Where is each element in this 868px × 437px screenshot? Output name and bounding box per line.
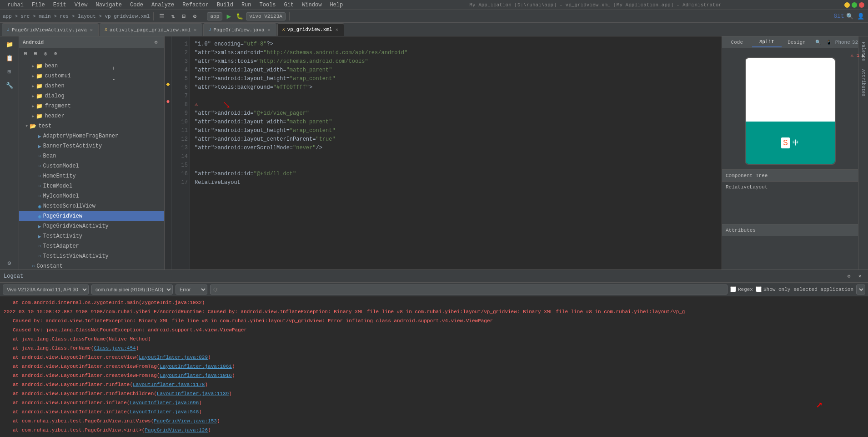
tree-item-bean[interactable]: ▶📁 bean (19, 61, 164, 71)
show-selected-checkbox[interactable] (756, 286, 762, 292)
run-button[interactable]: ▶ (224, 12, 233, 21)
log-link[interactable]: LayoutInflater.java:1061 (160, 364, 231, 369)
log-link[interactable]: LayoutInflater.java:829 (139, 355, 208, 360)
tab-close-java-view[interactable]: ✕ (267, 27, 271, 33)
menu-analyze[interactable]: Analyze (148, 1, 178, 9)
user-icon[interactable]: 👤 (856, 12, 865, 21)
tree-item-myiconmodel[interactable]: ○ MyIconModel (19, 191, 164, 201)
log-link[interactable]: LayoutInflater.java:1016 (160, 373, 231, 378)
git-icon[interactable]: Git (834, 12, 843, 21)
log-link[interactable]: LayoutInflater.java:696 (130, 400, 199, 406)
logcat-search-input[interactable] (210, 285, 728, 295)
tree-item-testactivity[interactable]: ▶ TestActivity (19, 231, 164, 241)
menu-git[interactable]: Git (281, 1, 298, 9)
tree-item-testlistviewactivity[interactable]: ○ TestListViewActivity (19, 251, 164, 261)
logcat-settings-icon[interactable]: ⚙ (844, 272, 853, 281)
logcat-content[interactable]: at com.android.internal.os.ZygoteInit.ma… (0, 296, 868, 437)
logcat-close-icon[interactable]: ✕ (855, 272, 864, 281)
sidebar-palette-label[interactable]: Palette (860, 38, 867, 65)
menu-help[interactable]: Help (326, 1, 346, 9)
tree-item-nestedscrollview[interactable]: ◉ NestedScrollView (19, 201, 164, 211)
tab-java-view[interactable]: J PageGridView.java ✕ (203, 23, 276, 36)
debug-button[interactable]: 🐛 (235, 12, 244, 21)
tree-item-header[interactable]: ▶📁 header (19, 111, 164, 121)
tree-item-pagegridview[interactable]: ◉ PageGridView (19, 211, 164, 221)
tree-item-adaptervphomefragbanner[interactable]: ▶ AdapterVpHomeFragBanner (19, 131, 164, 141)
settings-icon[interactable]: ⚙ (190, 12, 199, 21)
phone-icon[interactable]: 📱 (824, 38, 833, 47)
tree-item-dashen[interactable]: ▶📁 dashen (19, 81, 164, 91)
sort-icon[interactable]: ⇅ (168, 12, 177, 21)
tree-item-homeentity[interactable]: ○ HomeEntity (19, 171, 164, 181)
minimize-button[interactable] (844, 2, 850, 8)
menu-refactor[interactable]: Refactor (179, 1, 212, 9)
menu-window[interactable]: Window (298, 1, 325, 9)
zoom-icon[interactable]: 🔍 (813, 38, 823, 47)
tab-close-xml-activity[interactable]: ✕ (193, 27, 197, 33)
sidebar-gradle-icon[interactable]: 🔧 (1, 79, 18, 92)
structure-icon[interactable]: ☰ (157, 12, 166, 21)
sidebar-structure-icon[interactable]: ⊞ (1, 66, 18, 78)
maximize-button[interactable] (852, 2, 857, 8)
tree-item-dialog[interactable]: ▶📁 dialog (19, 91, 164, 101)
tab-split[interactable]: Split (752, 37, 782, 47)
menu-view[interactable]: View (71, 1, 91, 9)
menu-run[interactable]: Run (238, 1, 255, 9)
sidebar-variants-icon[interactable]: ⚙ (1, 257, 18, 269)
tab-java-activity[interactable]: J PageGridViewActivity.java ✕ (2, 23, 99, 36)
tree-item-bannertestactivity[interactable]: ▶ BannerTestActivity (19, 141, 164, 151)
log-link[interactable]: Class.java:454 (94, 346, 135, 351)
tree-item-customui[interactable]: ▶📁 customui (19, 71, 164, 81)
tree-item-testadapter[interactable]: ○ TestAdapter (19, 241, 164, 251)
code-editor[interactable]: "1.0" encoding="utf-8"?>"attr">xmlns:and… (190, 36, 722, 269)
menu-ruhai[interactable]: ruhai (4, 1, 27, 9)
tree-item-custommodel[interactable]: ○ CustomModel (19, 161, 164, 171)
menu-edit[interactable]: Edit (50, 1, 70, 9)
log-link[interactable]: LayoutInflater.java:1139 (157, 391, 229, 396)
package-selector-logcat[interactable]: com.ruhai.yibei (9108) [DEAD] (91, 285, 173, 295)
menu-tools[interactable]: Tools (256, 1, 280, 9)
tab-vp-gridview[interactable]: X vp_gridview.xml ✕ (277, 23, 344, 36)
menu-file[interactable]: File (28, 1, 49, 9)
app-selector[interactable]: app (207, 12, 222, 20)
close-button[interactable] (859, 2, 864, 8)
tree-item-constant[interactable]: ○ Constant (19, 261, 164, 269)
tab-design[interactable]: Design (782, 38, 812, 47)
device-selector-logcat[interactable]: Vivo V2123A Android 11, API 30 (3, 285, 89, 295)
expand-all-icon[interactable]: ⊞ (31, 49, 40, 58)
component-tree-item[interactable]: RelativeLayout (726, 184, 854, 190)
locate-icon[interactable]: ◎ (41, 49, 50, 58)
tab-close-activity[interactable]: ✕ (89, 27, 94, 33)
log-line: Caused by: java.lang.ClassNotFoundExcept… (4, 325, 864, 335)
sidebar-attributes-label[interactable]: Attributes (860, 66, 867, 100)
regex-checkbox-label[interactable]: Regex (730, 286, 753, 292)
search-everywhere-icon[interactable]: 🔍 (845, 12, 854, 21)
tree-item-bean[interactable]: ○ Bean (19, 151, 164, 161)
log-link[interactable]: LayoutInflater.java:548 (130, 409, 199, 415)
tab-xml-activity[interactable]: X activity_page_grid_view.xml ✕ (100, 23, 202, 36)
menu-navigate[interactable]: Navigate (92, 1, 125, 9)
tab-close-vp-gridview[interactable]: ✕ (335, 27, 339, 32)
tree-item-itemmodel[interactable]: ○ ItemModel (19, 181, 164, 191)
log-link[interactable]: LayoutInflater.java:1178 (133, 382, 205, 387)
level-selector-logcat[interactable]: Error (176, 285, 207, 295)
settings-tree-icon[interactable]: ⚙ (51, 49, 60, 58)
menu-code[interactable]: Code (126, 1, 147, 9)
sidebar-project-icon[interactable]: 📁 (1, 38, 18, 51)
filter-dropdown[interactable]: ▼ (856, 285, 865, 295)
filter-icon[interactable]: ⊟ (179, 12, 188, 21)
collapse-all-icon[interactable]: ⊟ (21, 49, 30, 58)
regex-checkbox[interactable] (730, 286, 736, 292)
show-selected-label[interactable]: Show only selected application (756, 286, 853, 292)
toolbar-separator (153, 12, 154, 20)
sidebar-resource-icon[interactable]: 📋 (1, 52, 18, 65)
tree-item-pagegridviewactivity[interactable]: ▶ PageGridViewActivity (19, 221, 164, 231)
tree-item-test[interactable]: ▼📂 test (19, 121, 164, 131)
project-panel-gear[interactable]: ⚙ (151, 38, 161, 47)
log-link[interactable]: PageGridView.java:153 (154, 418, 217, 424)
device-selector[interactable]: vivo V2123A (246, 12, 286, 20)
tab-code[interactable]: Code (722, 38, 752, 47)
log-link[interactable]: PageGridView.java:126 (145, 427, 208, 433)
tree-item-fragment[interactable]: ▶📁 fragment (19, 101, 164, 111)
menu-build[interactable]: Build (213, 1, 237, 9)
